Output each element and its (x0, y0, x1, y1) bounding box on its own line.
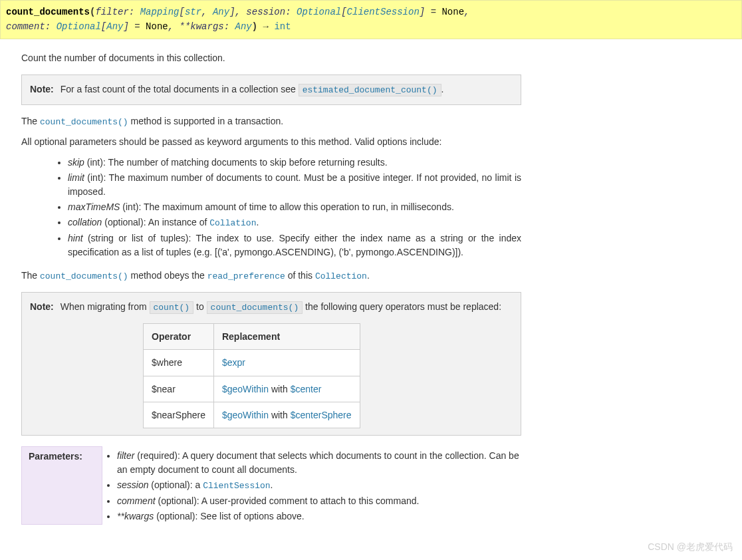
link-count-documents[interactable]: count_documents() (40, 117, 128, 127)
list-item: skip (int): The number of matching docum… (68, 156, 521, 170)
paragraph-options-intro: All optional parameters should be passed… (21, 135, 521, 149)
table-row: $where $expr (144, 350, 360, 376)
link-clientsession[interactable]: ClientSession (203, 481, 270, 491)
close-paren: ) (252, 21, 257, 32)
link-geowithin[interactable]: $geoWithin (222, 384, 269, 394)
list-item: filter (required): A query document that… (117, 449, 521, 477)
table-row: $nearSphere $geoWithin with $centerSpher… (144, 402, 360, 428)
table-header-replacement: Replacement (213, 323, 360, 349)
code-count: count() (150, 301, 194, 314)
list-item: collation (optional): An instance of Col… (68, 215, 521, 230)
link-geowithin2[interactable]: $geoWithin (222, 410, 269, 420)
link-center[interactable]: $center (291, 384, 322, 394)
description: Count the number of documents in this co… (21, 51, 521, 65)
paragraph-read-preference: The count_documents() method obeys the r… (21, 269, 521, 283)
options-list: skip (int): The number of matching docum… (21, 156, 521, 259)
link-count-documents2[interactable]: count_documents() (40, 271, 128, 281)
link-collection[interactable]: Collection (315, 271, 367, 281)
function-signature: count_documents(filter: Mapping[str, Any… (0, 0, 742, 39)
sig-param-filter: filter (95, 7, 128, 17)
list-item: session (optional): a ClientSession. (117, 478, 521, 493)
note-migration: Note: When migrating from count() to cou… (21, 292, 521, 436)
sig-type-optional: Optional (297, 7, 341, 17)
list-item: comment (optional): A user-provided comm… (117, 494, 521, 508)
note-title: Note: (30, 84, 54, 94)
parameters-label: Parameters: (21, 446, 102, 525)
sig-param-kwargs: **kwargs (180, 21, 224, 32)
table-row: $near $geoWithin with $center (144, 376, 360, 402)
arrow-icon: → (263, 21, 269, 32)
list-item: limit (int): The maximum number of docum… (68, 171, 521, 199)
sig-type-mapping: Mapping (140, 7, 180, 17)
replacement-table: Operator Replacement $where $expr $near … (143, 323, 360, 429)
link-read-preference[interactable]: read_preference (207, 271, 285, 281)
list-item: **kwargs (optional): See list of options… (117, 509, 521, 523)
link-expr[interactable]: $expr (222, 357, 245, 368)
parameters-section: Parameters: filter (required): A query d… (21, 446, 521, 525)
sig-param-session: session (246, 7, 285, 17)
note-fast-count: Note: For a fast count of the total docu… (21, 74, 521, 105)
note-title: Note: (30, 301, 54, 312)
list-item: maxTimeMS (int): The maximum amount of t… (68, 200, 521, 214)
link-estimated-document-count[interactable]: estimated_document_count() (299, 84, 441, 96)
link-collation[interactable]: Collation (209, 218, 256, 228)
sig-name: count_documents (6, 7, 90, 17)
sig-param-comment: comment (6, 21, 45, 32)
list-item: hint (string or list of tuples): The ind… (68, 231, 521, 259)
note-text: For a fast count of the total documents … (61, 84, 299, 94)
sig-return-type: int (274, 21, 291, 32)
link-centersphere[interactable]: $centerSphere (291, 410, 352, 420)
code-count-documents: count_documents() (207, 301, 303, 314)
table-header-operator: Operator (144, 323, 214, 349)
paragraph-transaction: The count_documents() method is supporte… (21, 114, 521, 129)
